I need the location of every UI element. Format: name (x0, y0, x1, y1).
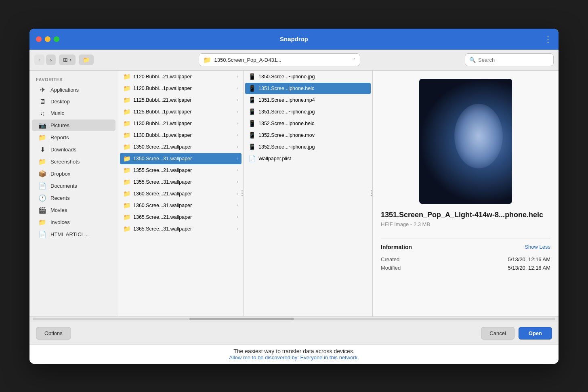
new-folder-button[interactable]: 📁 (79, 55, 94, 65)
minimize-button[interactable] (45, 36, 50, 42)
pane-handle-left[interactable] (241, 185, 243, 201)
bottom-buttons-right: Cancel Open (481, 327, 552, 340)
chevron-right-icon: › (237, 145, 238, 149)
scrollbar-thumb[interactable] (189, 318, 294, 320)
list-item[interactable]: 📁 1350.Scree...21.wallpaper › (120, 141, 242, 153)
folder-icon: 📁 (123, 108, 131, 115)
show-less-button[interactable]: Show Less (525, 244, 550, 250)
movies-icon: 🎬 (38, 206, 46, 214)
chevron-right-icon: › (237, 168, 238, 172)
chevron-right-icon: › (237, 74, 238, 79)
list-item[interactable]: 📁 1120.Bubbl...1p.wallpaper › (120, 83, 242, 94)
options-button[interactable]: Options (36, 327, 71, 340)
open-button[interactable]: Open (519, 327, 552, 340)
list-item[interactable]: 📱 1350.Scree...~iphone.jpg (245, 71, 371, 82)
folder-icon: 📁 (123, 190, 131, 197)
close-button[interactable] (36, 36, 42, 42)
sidebar-item-movies[interactable]: 🎬 Movies (32, 204, 116, 216)
list-item[interactable]: 📄 Wallpaper.plist (245, 153, 371, 164)
info-header: Information Show Less (381, 244, 550, 250)
list-item[interactable]: 📁 1125.Bubbl...21.wallpaper › (120, 94, 242, 106)
app-footer-link[interactable]: Allow me to be discovered by: Everyone i… (36, 354, 552, 361)
list-item[interactable]: 📁 1360.Scree...21.wallpaper › (120, 188, 242, 199)
list-item[interactable]: 📱 1351.Scree...iphone.mp4 (245, 94, 371, 106)
left-pane: 📁 1120.Bubbl...21.wallpaper › 📁 1120.Bub… (118, 71, 244, 316)
sidebar-item-html-articles[interactable]: 📄 HTML ARTICL... (32, 228, 116, 240)
list-item[interactable]: 📱 1351.Scree...iphone.heic (245, 83, 371, 94)
main-content: Favorites ✈ Applications 🖥 Desktop ♫ Mus… (29, 71, 559, 316)
sidebar-item-recents[interactable]: 🕐 Recents (32, 192, 116, 204)
folder-icon: 📁 (123, 143, 131, 151)
horizontal-scrollbar[interactable] (29, 316, 559, 322)
applications-icon: ✈ (38, 86, 46, 94)
view-chevron: › (69, 57, 71, 63)
location-dropdown-icon: ⌃ (353, 58, 356, 62)
sidebar-item-downloads[interactable]: ⬇ Downloads (32, 144, 116, 155)
sidebar-item-desktop[interactable]: 🖥 Desktop (32, 96, 116, 107)
chevron-right-icon: › (237, 226, 238, 231)
cancel-button[interactable]: Cancel (481, 327, 514, 340)
list-item[interactable]: 📱 1352.Scree...iphone.heic (245, 118, 371, 129)
nav-buttons: ‹ › (34, 55, 56, 65)
phone-file-icon: 📱 (248, 120, 256, 127)
sidebar-item-screenshots[interactable]: 📁 Screenshots (32, 156, 116, 168)
app-footer-main: The easiest way to transfer data across … (36, 348, 552, 354)
sidebar-item-music[interactable]: ♫ Music (32, 108, 116, 119)
sidebar-item-invoices[interactable]: 📁 Invoices (32, 216, 116, 228)
sidebar-item-label: Screenshots (50, 159, 80, 165)
chevron-right-icon: › (237, 86, 238, 90)
list-item[interactable]: 📁 1130.Bubbl...1p.wallpaper › (120, 130, 242, 141)
preview-image (419, 79, 512, 204)
sidebar-item-label: Movies (50, 207, 67, 213)
folder-icon: 📁 (123, 96, 131, 104)
modified-label: Modified (381, 265, 401, 271)
file-browser: 📁 1120.Bubbl...21.wallpaper › 📁 1120.Bub… (118, 71, 559, 316)
list-item[interactable]: 📁 1360.Scree...31.wallpaper › (120, 200, 242, 211)
list-item[interactable]: 📁 1350.Scree...31.wallpaper › (120, 153, 242, 164)
list-item[interactable]: 📁 1355.Scree...21.wallpaper › (120, 165, 242, 176)
folder-icon: 📁 (123, 167, 131, 174)
titlebar: Snapdrop ⋮ (29, 29, 559, 50)
phone-file-icon: 📱 (248, 143, 256, 151)
search-bar[interactable]: 🔍 (465, 53, 554, 66)
list-item[interactable]: 📱 1352.Scree...iphone.mov (245, 130, 371, 141)
sidebar-item-label: Documents (50, 183, 77, 189)
chevron-right-icon: › (237, 215, 238, 219)
documents-icon: 📄 (38, 182, 46, 190)
search-input[interactable] (478, 57, 549, 63)
list-item[interactable]: 📁 1125.Bubbl...1p.wallpaper › (120, 106, 242, 117)
chevron-right-icon: › (237, 109, 238, 114)
list-item[interactable]: 📱 1351.Scree...~iphone.jpg (245, 106, 371, 117)
location-text: 1350.Screen_Pop_A-D431... (214, 57, 349, 63)
location-folder-icon: 📁 (203, 56, 211, 64)
list-item[interactable]: 📁 1130.Bubbl...21.wallpaper › (120, 118, 242, 129)
phone-file-icon: 📱 (248, 85, 256, 92)
folder-icon: 📁 (123, 155, 131, 162)
maximize-button[interactable] (54, 36, 59, 42)
preview-divider (381, 239, 550, 239)
new-folder-icon: 📁 (83, 57, 90, 63)
location-bar[interactable]: 📁 1350.Screen_Pop_A-D431... ⌃ (199, 53, 360, 66)
finder-window: Snapdrop ⋮ ‹ › ⊞ › 📁 📁 1350.Screen_Pop_A… (29, 29, 559, 364)
back-button[interactable]: ‹ (34, 55, 44, 65)
sidebar-item-dropbox[interactable]: 📦 Dropbox (32, 168, 116, 180)
list-item[interactable]: 📱 1352.Scree...~iphone.jpg (245, 141, 371, 153)
sidebar-item-reports[interactable]: 📁 Reports (32, 132, 116, 143)
sidebar-item-documents[interactable]: 📄 Documents (32, 180, 116, 192)
list-item[interactable]: 📁 1365.Scree...21.wallpaper › (120, 212, 242, 223)
pane-handle-middle[interactable] (370, 185, 372, 201)
list-item[interactable]: 📁 1365.Scree...31.wallpaper › (120, 223, 242, 235)
list-item[interactable]: 📁 1120.Bubbl...21.wallpaper › (120, 71, 242, 82)
folder-icon: 📁 (123, 132, 131, 139)
view-button[interactable]: ⊞ › (59, 55, 76, 65)
view-icon: ⊞ (63, 57, 68, 63)
more-options-button[interactable]: ⋮ (544, 34, 552, 44)
forward-button[interactable]: › (46, 55, 56, 65)
middle-pane: 📱 1350.Scree...~iphone.jpg 📱 1351.Scree.… (244, 71, 373, 316)
folder-icon: 📁 (123, 85, 131, 92)
dropbox-icon: 📦 (38, 170, 46, 178)
chevron-right-icon: › (237, 156, 238, 161)
sidebar-item-pictures[interactable]: 📷 Pictures (32, 119, 116, 131)
sidebar-item-applications[interactable]: ✈ Applications (32, 84, 116, 96)
list-item[interactable]: 📁 1355.Scree...31.wallpaper › (120, 176, 242, 188)
